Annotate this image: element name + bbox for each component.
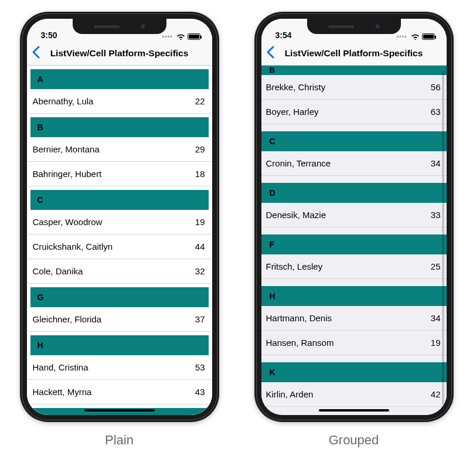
list-item[interactable]: Denesik, Mazie33	[261, 203, 447, 227]
list-item-value: 56	[431, 82, 441, 92]
list-item[interactable]: Cruickshank, Caitlyn44	[28, 234, 211, 259]
cellular-icon: ••••	[396, 33, 407, 40]
list-item[interactable]: Hackett, Myrna43	[28, 380, 211, 404]
section-header: H	[30, 335, 209, 355]
list-item-value: 33	[431, 210, 441, 220]
list-item-name: Hand, Cristina	[33, 362, 89, 372]
list-section: BBrekke, Christy56Boyer, Harley63	[261, 66, 447, 124]
list-item-name: Kirlin, Arden	[266, 389, 314, 399]
list-section: AAbernathy, Lula22	[27, 69, 212, 114]
list-item[interactable]: Hand, Cristina53	[28, 355, 211, 380]
list-item-value: 25	[431, 261, 441, 271]
home-indicator[interactable]	[319, 409, 389, 412]
list-item-name: Bahringer, Hubert	[33, 169, 102, 179]
list-item[interactable]: Kirlin, Arden42	[261, 382, 447, 407]
list-item[interactable]: Cronin, Terrance34	[261, 151, 447, 176]
section-header: B	[261, 66, 447, 75]
section-header: B	[30, 117, 209, 137]
list-item-name: Hansen, Ransom	[266, 338, 334, 348]
status-icons: ••••	[162, 33, 200, 40]
list-item-name: Brekke, Christy	[266, 82, 326, 92]
notch	[307, 19, 401, 34]
page-title: ListView/Cell Platform-Specifics	[261, 48, 447, 59]
list-item-name: Abernathy, Lula	[33, 96, 94, 106]
list-section: FFritsch, Lesley25	[261, 234, 447, 279]
list-item-name: Cole, Danika	[33, 266, 83, 276]
list-item[interactable]: Cole, Danika32	[28, 259, 211, 284]
list-item-value: 34	[431, 313, 441, 323]
list-item-name: Fritsch, Lesley	[266, 261, 323, 271]
status-icons: ••••	[396, 33, 434, 40]
list-item[interactable]: Fritsch, Lesley25	[261, 254, 447, 279]
list-section: HHartmann, Denis34Hansen, Ransom19	[261, 286, 447, 355]
list-item-name: Denesik, Mazie	[266, 210, 326, 220]
list-item[interactable]: Hartmann, Denis34	[261, 306, 447, 331]
list-item-name: Hartmann, Denis	[266, 313, 332, 323]
nav-bar: ListView/Cell Platform-Specifics	[27, 41, 212, 66]
phone-frame-grouped: 3:54 •••• ListView/Cell Platform-Specifi…	[254, 12, 454, 422]
list-section: KKirlin, Arden42	[261, 362, 447, 407]
list-section: BBernier, Montana29Bahringer, Hubert18	[27, 117, 212, 186]
listview-grouped[interactable]: BBrekke, Christy56Boyer, Harley63CCronin…	[261, 66, 447, 415]
list-item[interactable]: Brekke, Christy56	[261, 75, 447, 100]
caption-plain: Plain	[105, 433, 134, 448]
section-header: D	[261, 183, 447, 203]
scroll-indicator[interactable]	[442, 72, 444, 409]
list-item[interactable]: Bernier, Montana29	[28, 137, 211, 162]
list-item[interactable]: Bahringer, Hubert18	[28, 162, 211, 186]
caption-grouped: Grouped	[329, 433, 379, 448]
list-section: CCronin, Terrance34	[261, 131, 447, 176]
status-time: 3:50	[41, 30, 57, 40]
phone-frame-plain: 3:50 •••• ListView/Cell Platform-Specifi…	[20, 12, 219, 422]
list-item-value: 22	[195, 96, 205, 106]
section-header: F	[261, 234, 447, 254]
phone-plain-wrap: 3:50 •••• ListView/Cell Platform-Specifi…	[20, 12, 219, 448]
list-item-value: 37	[195, 314, 205, 324]
section-header: G	[30, 287, 209, 307]
list-item-value: 32	[195, 266, 205, 276]
list-item-value: 63	[431, 107, 441, 117]
page-title: ListView/Cell Platform-Specifics	[27, 48, 212, 59]
list-section: CCasper, Woodrow19Cruickshank, Caitlyn44…	[27, 190, 212, 284]
section-header: H	[261, 286, 447, 306]
screen-grouped: 3:54 •••• ListView/Cell Platform-Specifi…	[261, 19, 447, 415]
list-item-name: Cruickshank, Caitlyn	[33, 242, 113, 251]
back-button[interactable]	[266, 46, 274, 61]
list-item-value: 34	[431, 158, 441, 168]
list-item-value: 29	[195, 144, 205, 154]
wifi-icon	[411, 33, 420, 40]
back-button[interactable]	[32, 46, 40, 61]
cellular-icon: ••••	[162, 33, 172, 40]
list-item-value: 53	[195, 362, 205, 372]
list-item[interactable]: Hansen, Ransom19	[261, 331, 447, 355]
section-header: K	[261, 362, 447, 382]
list-item-name: Cronin, Terrance	[266, 158, 331, 168]
list-item-name: Boyer, Harley	[266, 107, 319, 117]
notch	[73, 19, 166, 34]
nav-bar: ListView/Cell Platform-Specifics	[261, 41, 447, 66]
list-item[interactable]: Abernathy, Lula22	[28, 89, 211, 114]
section-header: A	[30, 69, 209, 89]
list-item-name: Bernier, Montana	[33, 144, 100, 154]
list-item[interactable]: Gleichner, Florida37	[28, 307, 211, 332]
status-time: 3:54	[275, 30, 292, 40]
section-header: C	[30, 190, 209, 210]
list-item-value: 44	[195, 242, 205, 251]
wifi-icon	[176, 33, 185, 40]
list-section: GGleichner, Florida37	[27, 287, 212, 332]
home-indicator[interactable]	[84, 409, 155, 412]
list-section: HHand, Cristina53Hackett, Myrna43	[27, 335, 212, 404]
phone-grouped-wrap: 3:54 •••• ListView/Cell Platform-Specifi…	[254, 12, 454, 448]
section-header: C	[261, 131, 447, 151]
list-item-value: 19	[195, 217, 205, 227]
list-item[interactable]: Casper, Woodrow19	[28, 210, 211, 234]
listview-plain[interactable]: AAbernathy, Lula22BBernier, Montana29Bah…	[27, 66, 212, 415]
battery-icon	[422, 33, 435, 40]
list-item-name: Casper, Woodrow	[33, 217, 103, 227]
list-item-value: 43	[195, 387, 205, 397]
list-item-value: 42	[431, 389, 441, 399]
list-item[interactable]: Boyer, Harley63	[261, 100, 447, 124]
list-item-name: Gleichner, Florida	[33, 314, 102, 324]
list-section: DDenesik, Mazie33	[261, 183, 447, 227]
list-item-value: 19	[431, 338, 441, 348]
